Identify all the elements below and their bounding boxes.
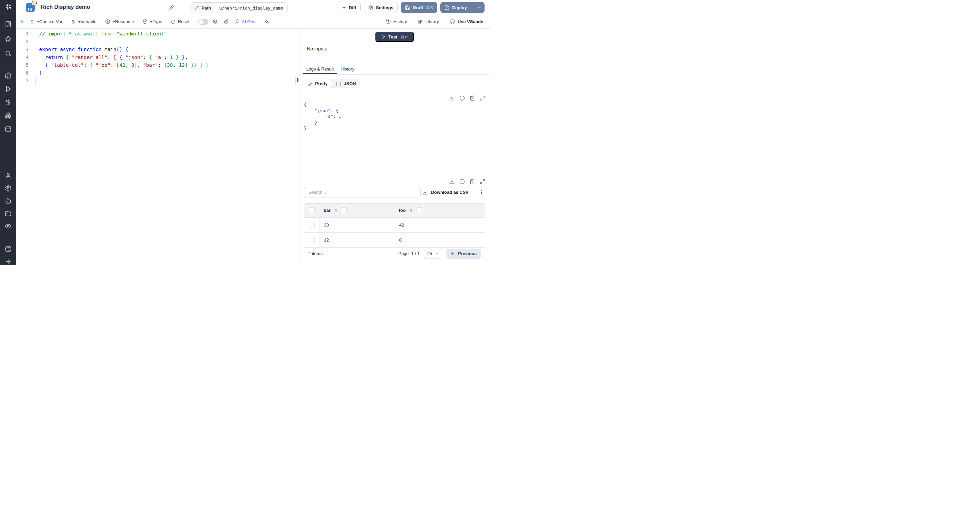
row-checkbox[interactable] xyxy=(309,222,315,228)
table-row[interactable]: 3842 xyxy=(304,218,485,233)
line-number: 5 xyxy=(16,61,29,69)
json-view-label: JSON xyxy=(344,81,356,86)
toggle-knob xyxy=(199,19,204,24)
code-line[interactable]: 2 xyxy=(16,38,299,46)
expand-fullscreen-icon[interactable] xyxy=(480,179,485,184)
schedules-calendar-icon[interactable] xyxy=(5,125,11,132)
search-icon[interactable] xyxy=(5,50,11,57)
tab-logs-result[interactable]: Logs & Result xyxy=(303,63,337,74)
token xyxy=(122,47,125,52)
code-line[interactable]: 6} xyxy=(16,69,299,77)
json-view-button[interactable]: { } JSON xyxy=(332,79,360,88)
help-icon[interactable] xyxy=(5,246,11,252)
ai-sparkles-button[interactable] xyxy=(264,19,269,24)
page-title: Rich Display demo xyxy=(41,4,90,10)
info-icon[interactable] xyxy=(460,179,465,184)
table-row[interactable]: 128 xyxy=(304,233,485,247)
settings-gear-icon[interactable] xyxy=(5,185,11,192)
current-line-highlight xyxy=(35,77,296,85)
format-brush-button[interactable] xyxy=(223,19,229,24)
copy-clipboard-icon[interactable] xyxy=(469,95,475,101)
windmill-logo-icon[interactable] xyxy=(4,3,13,11)
select-all-checkbox[interactable] xyxy=(309,208,315,213)
deploy-button-main[interactable]: Deploy xyxy=(440,2,471,13)
settings-button[interactable]: Settings xyxy=(364,2,398,13)
token: : xyxy=(333,114,339,119)
edit-path-pencil-icon xyxy=(195,6,199,10)
table-search-input[interactable] xyxy=(304,187,421,198)
code-text: } xyxy=(29,69,42,77)
runs-play-icon[interactable] xyxy=(5,86,11,92)
code-line[interactable]: 1// import * as wmill from "windmill-cli… xyxy=(16,30,299,38)
pretty-view-button[interactable]: Pretty xyxy=(304,79,332,88)
draft-button[interactable]: Draft ⌘S xyxy=(401,2,437,13)
row-checkbox[interactable] xyxy=(309,237,315,243)
braces-icon: { } xyxy=(336,81,342,86)
column-select-checkbox[interactable] xyxy=(416,208,422,213)
diff-button[interactable]: ± Diff xyxy=(337,2,360,13)
expand-sidebar-arrow-icon[interactable] xyxy=(5,258,11,265)
toolbar-right-group: History Library Use VScode xyxy=(386,19,483,24)
use-vscode-button[interactable]: Use VScode xyxy=(450,19,483,24)
draft-shortcut: ⌘S xyxy=(426,5,433,10)
page-size-select[interactable]: 25 xyxy=(424,249,442,259)
diff-mode-toggle[interactable] xyxy=(198,19,208,25)
dollar-icon xyxy=(71,19,76,24)
code-editor[interactable]: 1// import * as wmill from "windmill-cli… xyxy=(16,29,299,265)
favorites-star-icon[interactable] xyxy=(5,35,11,42)
history-button[interactable]: History xyxy=(386,19,407,24)
token: } xyxy=(182,54,185,60)
tab-history[interactable]: History xyxy=(337,63,358,74)
column-select-checkbox[interactable] xyxy=(341,208,347,213)
code-line[interactable]: 4 return { "render_all": [ { "json": { "… xyxy=(16,53,299,61)
users-icon[interactable] xyxy=(5,172,11,179)
table-footer: 2 items Page: 1 / 1 25 Previous xyxy=(304,247,485,260)
table-actions xyxy=(304,179,485,184)
column-header-bar[interactable]: bar xyxy=(324,208,331,213)
ai-gen-button[interactable]: AI Gen xyxy=(234,19,256,24)
sort-icon[interactable] xyxy=(409,208,413,212)
edit-summary-pencil-icon[interactable] xyxy=(169,5,175,10)
library-button[interactable]: Library xyxy=(418,19,439,24)
add-resource-button[interactable]: +Resource xyxy=(105,19,134,24)
sort-icon[interactable] xyxy=(334,208,338,212)
download-icon[interactable] xyxy=(449,179,455,184)
download-csv-button[interactable]: Download as CSV xyxy=(423,190,469,195)
workers-robot-icon[interactable] xyxy=(5,198,11,204)
collaborators-button[interactable] xyxy=(212,19,218,24)
column-header-foo[interactable]: foo xyxy=(399,208,406,213)
copy-clipboard-icon[interactable] xyxy=(469,179,475,184)
add-type-button[interactable]: +Type xyxy=(143,19,162,24)
resources-boxes-icon[interactable] xyxy=(5,112,11,119)
path-button[interactable]: Path u/henri/rich_display_demo xyxy=(191,2,288,13)
result-tabs: Logs & Result History xyxy=(299,63,490,75)
reset-button[interactable]: Reset xyxy=(171,19,189,24)
paintbrush-icon xyxy=(223,19,229,24)
code-line[interactable]: 3export async function main() { xyxy=(16,46,299,53)
result-table: bar foo 3842128 2 items xyxy=(304,203,485,260)
code-line[interactable]: 5 { "table-col": { "foo": [42, 8], "bar"… xyxy=(16,61,299,69)
deploy-dropdown[interactable] xyxy=(474,2,485,13)
token: 1 xyxy=(170,54,173,60)
add-resource-label: +Resource xyxy=(113,19,134,24)
previous-page-button[interactable]: Previous xyxy=(447,249,481,259)
workspace-building-icon[interactable] xyxy=(5,21,11,27)
token: } xyxy=(205,62,208,68)
test-button[interactable]: Test ⌘↵ xyxy=(375,32,414,42)
table-menu-kebab-icon[interactable]: ⋮ xyxy=(479,189,484,196)
code-text: export async function main() { xyxy=(29,46,128,53)
deploy-button[interactable]: Deploy xyxy=(440,2,485,13)
add-context-var-button[interactable]: +Context Var xyxy=(30,19,62,24)
token: : xyxy=(84,62,89,68)
token: 38 xyxy=(167,62,173,68)
home-icon[interactable] xyxy=(5,72,11,79)
sidebar-main-group xyxy=(5,72,11,132)
expand-fullscreen-icon[interactable] xyxy=(480,95,485,101)
variables-dollar-icon[interactable] xyxy=(5,99,11,105)
code-text xyxy=(29,38,39,46)
audit-logs-eye-icon[interactable] xyxy=(5,223,11,230)
download-icon[interactable] xyxy=(449,95,455,101)
info-icon[interactable] xyxy=(460,95,465,101)
add-variable-button[interactable]: +Variable xyxy=(71,19,96,24)
folders-icon[interactable] xyxy=(5,210,11,217)
